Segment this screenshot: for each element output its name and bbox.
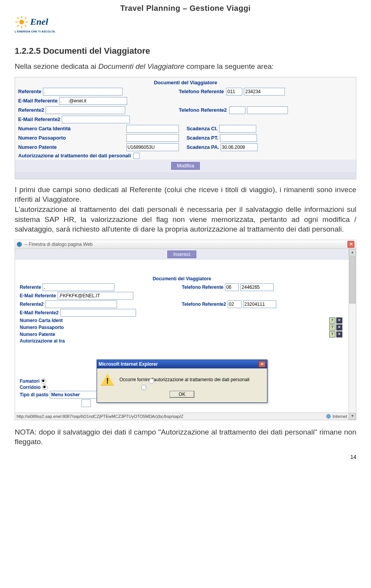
- scroll-down-button[interactable]: ▼: [349, 413, 356, 420]
- internet-zone-icon: [326, 414, 331, 419]
- d-label-auth: Autorizzazione al tra: [20, 338, 65, 344]
- d-referente-input[interactable]: [43, 283, 114, 291]
- label-referente: Referente: [18, 89, 41, 94]
- status-zone: Internet: [333, 414, 347, 419]
- warning-icon: !: [101, 374, 114, 385]
- tel-prefix-input[interactable]: [226, 88, 242, 95]
- form-title: Documenti del Viaggiatore: [15, 77, 356, 87]
- section-heading: 1.2.2.5 Documenti del Viaggiatore: [15, 46, 356, 56]
- referente-input[interactable]: [43, 88, 123, 95]
- d-label-npat: Numero Patente: [20, 332, 55, 337]
- label-corridoio: Corridoio: [20, 385, 41, 390]
- label-scadenza-ci: Scadenza CI.: [187, 126, 218, 131]
- page-header: Travel Planning – Gestione Viaggi Enel L…: [0, 0, 371, 33]
- d-label-nci: Numero Carta Ident: [20, 318, 63, 323]
- tel-number-input[interactable]: [244, 88, 285, 95]
- svg-line-6: [25, 25, 26, 27]
- calendar-icon[interactable]: 7: [329, 324, 335, 331]
- d-label-email2: E-Mail Referente2: [20, 310, 59, 315]
- tel2-prefix-input[interactable]: [229, 106, 245, 114]
- page-number: 14: [0, 447, 371, 468]
- d-label-emailref: E-Mail Referente: [20, 293, 56, 298]
- label-npat: Numero Patente: [18, 144, 57, 150]
- calendar-icon[interactable]: 7: [329, 317, 335, 324]
- d-tel-num[interactable]: [240, 283, 274, 291]
- label-email-ref: E-Mail Referente: [18, 98, 58, 104]
- globe-icon: [17, 242, 22, 247]
- svg-point-11: [327, 414, 330, 418]
- clear-icon[interactable]: ✕: [336, 331, 342, 337]
- d-email-input[interactable]: [58, 292, 133, 300]
- radio-nonfumatori[interactable]: [149, 378, 154, 384]
- nota-paragraph: NOTA: dopo il salvataggio dei dati il ca…: [15, 427, 356, 447]
- d-label-referente: Referente: [20, 285, 41, 290]
- scrollbar[interactable]: ▲ ▼: [349, 249, 356, 420]
- d-ref2-input[interactable]: [45, 300, 117, 308]
- label-fumatori: Fumatori: [20, 378, 39, 384]
- radio-corridoio[interactable]: [42, 385, 48, 390]
- svg-line-8: [25, 17, 26, 19]
- logo-tagline: L'ENERGIA CHE TI ASCOLTA.: [15, 30, 371, 33]
- inner-form-title: Documenti del Viaggiatore: [17, 274, 346, 283]
- msgbox-text: Occorre fornire l'autorizzazione al trat…: [119, 377, 249, 382]
- msgbox-titlebar: Microsoft Internet Explorer ✕: [97, 360, 267, 368]
- dialog-title-text: -- Finestra di dialogo pagina Web: [24, 242, 93, 247]
- msgbox-close-button[interactable]: ✕: [259, 361, 265, 367]
- form-footer-bar: [15, 172, 356, 179]
- msgbox: Microsoft Internet Explorer ✕ ! Occorre …: [97, 360, 267, 403]
- small-select[interactable]: [82, 399, 91, 407]
- label-referente2: Referente2: [18, 107, 44, 113]
- spt-input[interactable]: [220, 134, 257, 142]
- d-label-npass: Numero Passaporto: [20, 325, 64, 330]
- npat-input[interactable]: [126, 143, 179, 151]
- tel2-number-input[interactable]: [247, 106, 288, 114]
- web-dialog: -- Finestra di dialogo pagina Web ✕ Inse…: [15, 240, 356, 420]
- spa-input[interactable]: [221, 143, 258, 151]
- modifica-button[interactable]: Modifica: [171, 162, 200, 170]
- email-ref2-input[interactable]: [62, 116, 130, 123]
- inserisci-button[interactable]: Inserisci: [167, 251, 196, 258]
- d-label-ref2: Referente2: [20, 302, 44, 307]
- radio-finestrino[interactable]: [141, 385, 146, 390]
- radio-fumatori[interactable]: [41, 378, 46, 384]
- clear-icon[interactable]: ✕: [336, 317, 342, 324]
- svg-line-5: [17, 17, 19, 19]
- nci-input[interactable]: [126, 125, 179, 133]
- label-nci: Numero Carta Identità: [18, 126, 71, 131]
- intro-paragraph: Nella sezione dedicata ai Documenti del …: [15, 61, 356, 72]
- svg-text:Enel: Enel: [30, 17, 48, 27]
- clear-icon[interactable]: ✕: [336, 324, 342, 331]
- dialog-close-button[interactable]: ✕: [347, 241, 354, 248]
- svg-point-0: [19, 20, 24, 24]
- scroll-up-button[interactable]: ▲: [349, 249, 356, 256]
- label-tel-ref2: Telefono Referente2: [179, 107, 227, 113]
- d-tel-pref[interactable]: [225, 283, 239, 291]
- calendar-icon[interactable]: 7: [329, 331, 335, 337]
- label-email-ref2: E-Mail Referente2: [18, 116, 60, 122]
- doc-title: Travel Planning – Gestione Viaggi: [0, 4, 371, 13]
- scroll-thumb[interactable]: [349, 256, 356, 303]
- msgbox-title-text: Microsoft Internet Explorer: [99, 361, 158, 367]
- d-label-telref: Telefono Referente: [182, 285, 224, 290]
- svg-line-7: [17, 25, 19, 27]
- body-paragraph: I primi due campi sono dedicati al Refer…: [15, 185, 356, 234]
- d-email2-input[interactable]: [60, 309, 136, 317]
- d-tel2-num[interactable]: [243, 300, 276, 308]
- label-auth: Autorizzazione al trattamento dei dati p…: [18, 153, 131, 159]
- npass-input[interactable]: [126, 134, 179, 142]
- auth-checkbox[interactable]: [133, 153, 140, 159]
- logo: Enel L'ENERGIA CHE TI ASCOLTA.: [15, 15, 371, 33]
- label-tipopasto: Tipo di pasto: [20, 392, 48, 397]
- status-url: http://si088ss2.sap.enel:8087/sap/bD1ndC…: [17, 414, 183, 419]
- dialog-titlebar: -- Finestra di dialogo pagina Web ✕: [15, 240, 356, 249]
- documenti-form-panel: Documenti del Viaggiatore Referente Tele…: [15, 77, 356, 179]
- label-npass: Numero Passaporto: [18, 135, 66, 141]
- d-tel2-pref[interactable]: [228, 300, 242, 308]
- email-ref-input[interactable]: [59, 97, 127, 105]
- label-tel-ref: Telefono Referente: [179, 89, 224, 94]
- ok-button[interactable]: OK: [170, 391, 194, 398]
- referente2-input[interactable]: [46, 106, 125, 114]
- status-bar: http://si088ss2.sap.enel:8087/sap/bD1ndC…: [15, 412, 349, 420]
- sci-input[interactable]: [219, 125, 256, 133]
- enel-logo-icon: Enel: [15, 15, 57, 29]
